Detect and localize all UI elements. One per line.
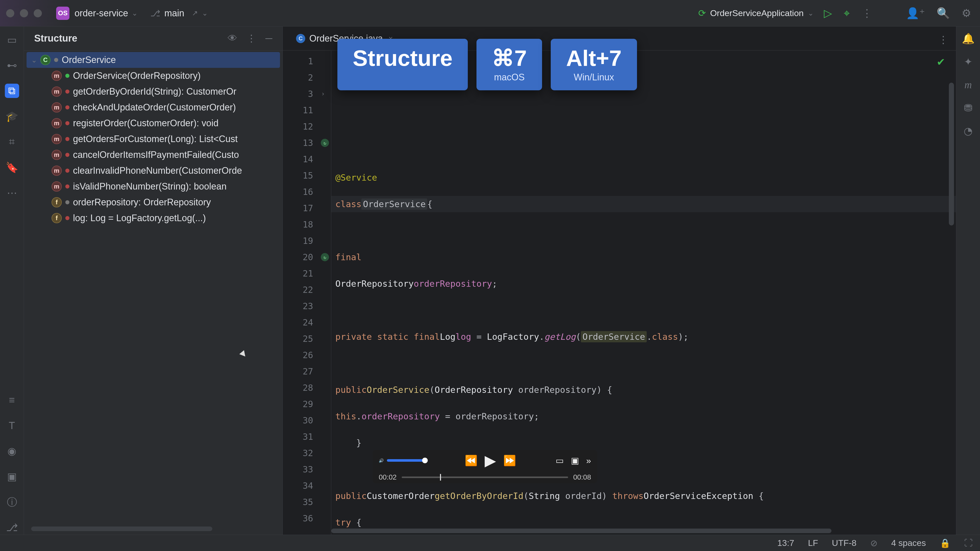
ai-assistant-icon[interactable]: ✦ <box>964 56 973 68</box>
run-configuration[interactable]: ⟳ OrderServiceApplication ⌄ <box>698 8 814 19</box>
gutter-line[interactable]: 36 <box>283 510 331 527</box>
gutter-line[interactable]: 16 <box>283 184 331 200</box>
terminal-tool-icon[interactable]: ▣ <box>5 469 19 484</box>
gutter-run-icon[interactable]: ↻ <box>321 139 329 147</box>
airplay-icon[interactable]: ▭ <box>555 455 564 465</box>
gutter-line[interactable]: 25 <box>283 330 331 347</box>
gutter-run-icon[interactable]: ↻ <box>321 253 329 261</box>
more-video-icon[interactable]: » <box>586 456 591 465</box>
gutter-line[interactable]: 20↻ <box>283 249 331 265</box>
layers-tool-icon[interactable]: ≡ <box>5 393 19 407</box>
editor-vertical-scrollbar[interactable] <box>948 79 955 511</box>
panel-options-icon[interactable]: ⋮ <box>247 33 256 44</box>
gutter-line[interactable]: 23 <box>283 298 331 314</box>
project-badge[interactable]: OS <box>56 6 69 20</box>
debug-icon[interactable]: ⌖ <box>844 7 850 19</box>
gutter-line[interactable]: 30 <box>283 412 331 429</box>
gutter-line[interactable]: 28 <box>283 380 331 396</box>
more-actions-icon[interactable]: ⋮ <box>862 7 872 19</box>
gutter-line[interactable]: 1 <box>283 53 331 69</box>
gutter-line[interactable]: 15 <box>283 167 331 184</box>
tree-member[interactable]: mcancelOrderItemsIfPaymentFailed(Custo <box>24 147 283 163</box>
panel-minimize-icon[interactable]: ─ <box>266 33 272 44</box>
vcs-branch[interactable]: ⎇ main ↗ ⌄ <box>150 8 208 19</box>
inspection-ok-icon[interactable]: ✔ <box>937 56 945 68</box>
commit-tool-icon[interactable]: ⊷ <box>5 58 19 73</box>
editor-tabs-more-icon[interactable]: ⋮ <box>938 34 948 45</box>
gutter-line[interactable]: 17 <box>283 200 331 216</box>
tree-member[interactable]: flog: Log = LogFactory.getLog(...) <box>24 210 283 226</box>
gutter-line[interactable]: 26 <box>283 347 331 363</box>
services-tool-icon[interactable]: ◉ <box>5 444 19 458</box>
tree-member[interactable]: misValidPhoneNumber(String): boolean <box>24 179 283 194</box>
editor-horizontal-scrollbar[interactable] <box>331 528 951 534</box>
gutter-line[interactable]: 27 <box>283 363 331 380</box>
volume-control[interactable]: 🔊 <box>379 458 425 463</box>
structure-scrollbar[interactable] <box>31 527 212 531</box>
gutter-line[interactable]: 14 <box>283 151 331 167</box>
settings-icon[interactable]: ⚙ <box>962 7 971 19</box>
gutter-line[interactable]: 22 <box>283 282 331 298</box>
gutter-line[interactable]: 35 <box>283 494 331 510</box>
readonly-toggle-icon[interactable]: ⊘ <box>870 538 877 548</box>
fold-icon[interactable]: › <box>321 90 325 97</box>
notifications-icon[interactable]: 🔔 <box>962 33 975 44</box>
gutter-line[interactable]: 21 <box>283 265 331 282</box>
close-window-icon[interactable] <box>6 9 14 17</box>
gutter-line[interactable]: 31 <box>283 429 331 445</box>
rewind-icon[interactable]: ⏪ <box>465 454 477 467</box>
volume-slider[interactable] <box>387 459 425 462</box>
bookmarks-tool-icon[interactable]: 🔖 <box>5 160 19 175</box>
run-icon[interactable]: ▷ <box>824 7 832 19</box>
status-caret-pos[interactable]: 13:7 <box>777 538 794 548</box>
gutter-line[interactable]: 13↻ <box>283 135 331 151</box>
status-encoding[interactable]: UTF-8 <box>832 538 856 548</box>
gutter-line[interactable]: 11 <box>283 102 331 118</box>
structure-tree[interactable]: ⌄ C OrderService mOrderService(OrderRepo… <box>24 51 283 227</box>
tree-member[interactable]: forderRepository: OrderRepository <box>24 194 283 210</box>
gutter-line[interactable]: 29 <box>283 396 331 412</box>
project-name[interactable]: order-service <box>75 8 128 19</box>
tree-member[interactable]: mcheckAndUpdateOrder(CustomerOrder) <box>24 100 283 115</box>
coverage-tool-icon[interactable]: ◔ <box>964 125 973 137</box>
gutter-line[interactable]: 32 <box>283 445 331 461</box>
problems-tool-icon[interactable]: ⓘ <box>5 495 19 509</box>
gitlab-tool-icon[interactable]: ⌗ <box>5 135 19 149</box>
collapse-icon[interactable]: ⌄ <box>31 56 40 64</box>
vcs-tool-icon[interactable]: ⎇ <box>5 520 19 535</box>
editor-gutter[interactable]: 123›111213↻14151617181920↻21222324252627… <box>283 51 331 535</box>
status-indent[interactable]: 4 spaces <box>891 538 926 548</box>
gutter-line[interactable]: 24 <box>283 314 331 330</box>
gutter-line[interactable]: 12 <box>283 118 331 135</box>
gutter-line[interactable]: 19 <box>283 233 331 249</box>
gutter-line[interactable]: 34 <box>283 478 331 494</box>
collaborators-icon[interactable]: 👤⁺ <box>906 7 925 19</box>
project-chevron-icon[interactable]: ⌄ <box>132 9 138 17</box>
more-tools-icon[interactable]: ⋯ <box>5 186 19 200</box>
tree-member[interactable]: mOrderService(OrderRepository) <box>24 68 283 84</box>
minimize-window-icon[interactable] <box>20 9 28 17</box>
tree-root-class[interactable]: ⌄ C OrderService <box>27 52 280 68</box>
typography-tool-icon[interactable]: T <box>5 418 19 433</box>
video-timeline[interactable] <box>402 476 568 478</box>
gutter-line[interactable]: 3› <box>283 86 331 102</box>
zoom-window-icon[interactable] <box>34 9 42 17</box>
status-line-ending[interactable]: LF <box>808 538 818 548</box>
gutter-line[interactable]: 33 <box>283 461 331 478</box>
search-icon[interactable]: 🔍 <box>937 7 950 19</box>
gutter-line[interactable]: 18 <box>283 216 331 233</box>
structure-tool-icon[interactable]: ⧉ <box>5 84 19 98</box>
tree-member[interactable]: mregisterOrder(CustomerOrder): void <box>24 115 283 131</box>
pip-icon[interactable]: ▣ <box>571 455 579 465</box>
project-tool-icon[interactable]: ▭ <box>5 33 19 47</box>
speaker-icon[interactable]: 🔊 <box>379 458 384 463</box>
forward-icon[interactable]: ⏩ <box>503 454 516 467</box>
tree-member[interactable]: mclearInvalidPhoneNumber(CustomerOrde <box>24 163 283 179</box>
gutter-line[interactable]: 2 <box>283 69 331 86</box>
tree-member[interactable]: mgetOrderByOrderId(String): CustomerOr <box>24 84 283 100</box>
maven-tool-icon[interactable]: m <box>964 79 972 91</box>
database-tool-icon[interactable]: ⛃ <box>964 102 973 114</box>
lock-icon[interactable]: 🔒 <box>940 538 950 548</box>
learn-tool-icon[interactable]: 🎓 <box>5 109 19 124</box>
tree-member[interactable]: mgetOrdersForCustomer(Long): List<Cust <box>24 131 283 147</box>
